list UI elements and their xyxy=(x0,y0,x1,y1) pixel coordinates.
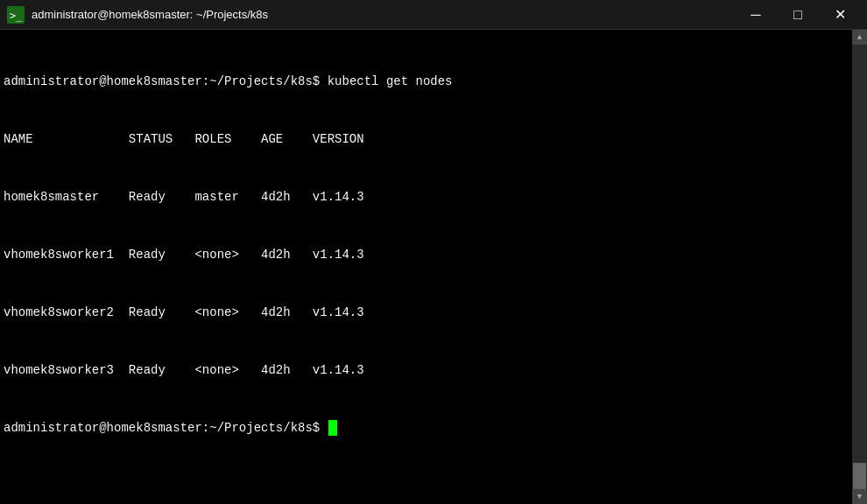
scroll-up-icon: ▲ xyxy=(857,33,862,42)
row-1: homek8smaster Ready master 4d2h v1.14.3 xyxy=(4,190,364,204)
minimize-icon: ─ xyxy=(751,8,760,22)
table-header-row: NAME STATUS ROLES AGE VERSION xyxy=(4,130,849,149)
svg-text:>_: >_ xyxy=(10,10,23,22)
terminal[interactable]: administrator@homek8smaster:~/Projects/k… xyxy=(0,30,852,504)
scroll-up-button[interactable]: ▲ xyxy=(852,30,867,45)
scroll-down-icon: ▼ xyxy=(857,493,862,501)
scroll-thumb[interactable] xyxy=(853,463,866,489)
table-row: vhomek8sworker2 Ready <none> 4d2h v1.14.… xyxy=(4,303,849,322)
active-prompt-text: administrator@homek8smaster:~/Projects/k… xyxy=(4,418,328,438)
row-4: vhomek8sworker3 Ready <none> 4d2h v1.14.… xyxy=(4,363,364,377)
active-prompt-line: administrator@homek8smaster:~/Projects/k… xyxy=(4,418,849,438)
header-name: NAME STATUS ROLES AGE VERSION xyxy=(4,132,364,146)
window-controls: ─ □ ✕ xyxy=(736,0,860,30)
scroll-down-button[interactable]: ▼ xyxy=(852,489,867,504)
row-3: vhomek8sworker2 Ready <none> 4d2h v1.14.… xyxy=(4,305,364,319)
table-row: vhomek8sworker1 Ready <none> 4d2h v1.14.… xyxy=(4,245,849,264)
minimize-button[interactable]: ─ xyxy=(736,0,776,30)
window-title: administrator@homek8smaster: ~/Projects/… xyxy=(32,8,736,21)
command-text: kubectl get nodes xyxy=(328,74,453,88)
app-icon: >_ xyxy=(7,6,25,24)
maximize-icon: □ xyxy=(793,8,802,22)
row-2: vhomek8sworker1 Ready <none> 4d2h v1.14.… xyxy=(4,248,364,262)
close-button[interactable]: ✕ xyxy=(820,0,860,30)
close-icon: ✕ xyxy=(835,8,846,22)
scrollbar[interactable]: ▲ ▼ xyxy=(852,30,867,504)
main-area: administrator@homek8smaster:~/Projects/k… xyxy=(0,30,867,504)
prompt-text: administrator@homek8smaster:~/Projects/k… xyxy=(4,74,328,88)
table-row: vhomek8sworker3 Ready <none> 4d2h v1.14.… xyxy=(4,360,849,380)
command-line: administrator@homek8smaster:~/Projects/k… xyxy=(4,72,849,91)
terminal-output: administrator@homek8smaster:~/Projects/k… xyxy=(4,33,849,476)
title-bar: >_ administrator@homek8smaster: ~/Projec… xyxy=(0,0,867,30)
table-row: homek8smaster Ready master 4d2h v1.14.3 xyxy=(4,187,849,206)
scroll-track[interactable] xyxy=(852,45,867,489)
maximize-button[interactable]: □ xyxy=(778,0,818,30)
cursor xyxy=(328,420,337,436)
